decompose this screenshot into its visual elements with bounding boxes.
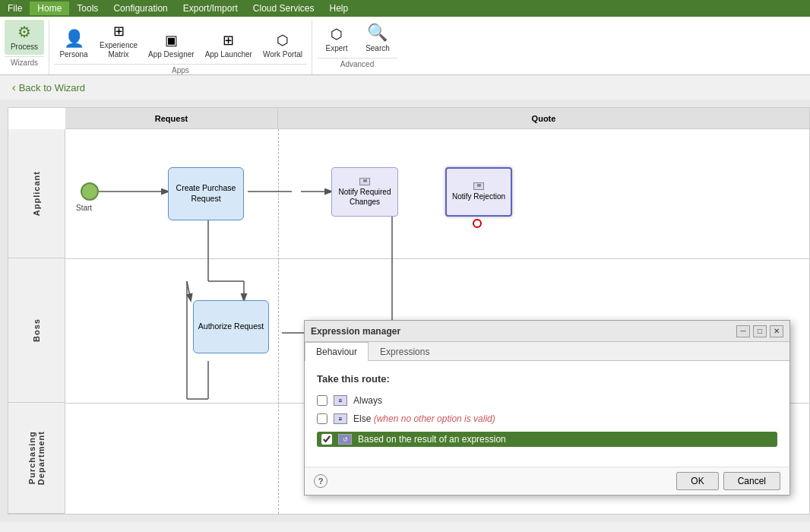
expression-label: Based on the result of an expression [358,434,506,445]
main-area: Request Quote Applicant Boss [0,100,810,522]
notify-rejection-event [473,219,482,228]
expert-icon: ⬡ [331,26,343,43]
apps-label: Apps [54,64,307,74]
work-portal-icon: ⬡ [277,32,289,49]
app-designer-label: App Designer [148,50,195,59]
menu-tools[interactable]: Tools [69,2,106,15]
tab-expressions[interactable]: Expressions [369,342,441,361]
app-launcher-button[interactable]: ⊞ App Launcher [201,29,257,62]
wizards-group: ⚙ Process Wizards [0,20,49,74]
app-designer-button[interactable]: ▣ App Designer [144,29,199,62]
purchasing-lane-label: PurchasingDepartment [8,403,65,514]
dialog-titlebar: Expression manager ─ □ ✕ [305,321,789,342]
menu-cloud[interactable]: Cloud Services [245,2,322,15]
else-icon: ≡ [334,413,347,424]
app-designer-icon: ▣ [165,32,178,49]
dialog-body: Take this route: ≡ Always ≡ El [305,361,789,467]
back-to-wizard-button[interactable]: ‹ Back to Wizard [0,75,810,100]
wizards-label: Wizards [5,56,44,67]
create-purchase-node[interactable]: Create Purchase Request [168,167,244,220]
expression-checkbox[interactable] [321,434,332,445]
persona-button[interactable]: 👤 Persona [54,26,93,62]
dialog-maximize-button[interactable]: □ [753,325,767,337]
always-label: Always [353,395,382,406]
persona-label: Persona [59,50,87,59]
menu-export-import[interactable]: Export/Import [176,2,245,15]
ok-button[interactable]: OK [676,472,718,490]
notify-required-changes-node[interactable]: ✉ Notify Required Changes [331,167,398,217]
process-label: Process [11,43,38,52]
notify-rejection-node[interactable]: ✉ Notify Rejection [445,167,512,217]
route-title: Take this route: [317,373,777,385]
dialog-minimize-button[interactable]: ─ [736,325,750,337]
notify-rejection-icon: ✉ [473,182,484,190]
app-launcher-icon: ⊞ [223,32,234,49]
expression-icon: ↺ [338,434,352,445]
svg-line-9 [187,281,191,300]
request-header: Request [65,108,278,128]
quote-header: Quote [278,108,809,128]
experience-matrix-label: ExperienceMatrix [100,41,138,59]
start-node [81,182,99,201]
applicant-lane-label: Applicant [8,129,65,258]
search-button[interactable]: 🔍 Search [358,20,397,56]
back-label: Back to Wizard [19,82,85,93]
persona-icon: 👤 [64,29,84,49]
expression-manager-dialog[interactable]: Expression manager ─ □ ✕ Behaviour Expre… [304,320,790,496]
menu-home[interactable]: Home [30,2,69,15]
lane-labels: Applicant Boss PurchasingDepartment [8,129,65,514]
app-launcher-label: App Launcher [205,50,252,59]
tab-behaviour[interactable]: Behaviour [305,342,369,361]
back-arrow-icon: ‹ [12,81,16,93]
menu-file[interactable]: File [0,2,30,15]
dialog-close-button[interactable]: ✕ [770,325,783,337]
boss-lane-label: Boss [8,258,65,403]
col-divider [278,129,279,514]
start-label: Start [76,204,92,212]
dialog-footer: ? OK Cancel [305,467,789,495]
always-icon: ≡ [334,395,347,406]
notify-required-changes-icon: ✉ [359,178,370,185]
work-portal-label: Work Portal [263,50,302,59]
else-label: Else (when no other option is valid) [353,413,495,424]
menu-bar: File Home Tools Configuration Export/Imp… [0,0,810,17]
expert-label: Expert [326,44,348,53]
authorize-request-node[interactable]: Authorize Request [193,300,269,353]
experience-matrix-icon: ⊞ [113,23,125,40]
search-icon: 🔍 [367,23,388,43]
footer-buttons: OK Cancel [676,472,780,490]
dialog-title: Expression manager [311,326,400,337]
expression-option: ↺ Based on the result of an expression [317,432,777,447]
process-button[interactable]: ⚙ Process [5,20,44,55]
advanced-group: ⬡ Expert 🔍 Search Advanced [312,20,402,74]
cancel-button[interactable]: Cancel [723,472,780,490]
work-portal-button[interactable]: ⬡ Work Portal [258,29,307,62]
advanced-label: Advanced [317,58,397,68]
else-checkbox[interactable] [317,413,327,424]
always-checkbox[interactable] [317,395,327,406]
help-icon[interactable]: ? [314,474,327,488]
experience-matrix-button[interactable]: ⊞ ExperienceMatrix [95,20,142,62]
expert-button[interactable]: ⬡ Expert [317,23,356,56]
always-option: ≡ Always [317,395,777,406]
process-icon: ⚙ [17,23,31,41]
menu-configuration[interactable]: Configuration [106,2,175,15]
search-label: Search [365,44,390,53]
lane-divider-1 [65,258,809,259]
apps-group: 👤 Persona ⊞ ExperienceMatrix ▣ App Desig… [49,20,312,74]
else-option: ≡ Else (when no other option is valid) [317,413,777,424]
ribbon: ⚙ Process Wizards 👤 Persona ⊞ Experience… [0,17,810,75]
dialog-controls: ─ □ ✕ [736,325,783,337]
dialog-tabs: Behaviour Expressions [305,342,789,361]
menu-help[interactable]: Help [322,2,356,15]
